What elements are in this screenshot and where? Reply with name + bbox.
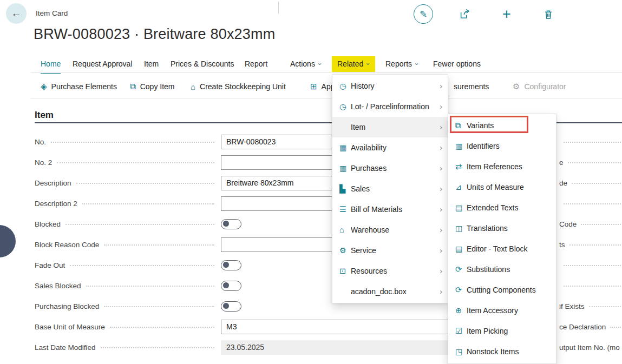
menu-item-translations[interactable]: ◫Translations [448,218,556,239]
toolbar-configurator[interactable]: ⚙Configurator [513,77,566,96]
sales-blocked-toggle[interactable] [221,281,241,291]
menu-item-history[interactable]: ◷History› [332,76,448,96]
menu-item-resources[interactable]: ⊡Resources› [332,261,448,281]
tab-label: Prices & Discounts [171,59,234,68]
item-references-icon: ⇄ [455,162,467,171]
menu-item-label: History [351,82,440,90]
purchasing-blocked-toggle[interactable] [221,301,241,312]
fade-out-toggle[interactable] [221,260,241,270]
menu-item-sales[interactable]: ▙Sales› [332,178,448,199]
menu-item-item-accessory[interactable]: ⊕Item Accessory [448,300,556,321]
tab-home[interactable]: Home [41,56,61,72]
dotted-leader [51,142,214,143]
chevron-down-icon: › [409,63,425,65]
menu-item-lot-parcelinformation[interactable]: ◷Lot- / Parcelinformation› [332,96,448,117]
menu-item-label: Item [351,123,440,131]
add-new-icon[interactable]: + [497,4,516,24]
menu-item-acadon-doc-box[interactable]: acadon_doc.box› [332,281,448,302]
dotted-leader [70,265,214,266]
menu-item-label: Variants [467,121,551,130]
menu-item-units-of-measure[interactable]: ⊿Units of Measure [448,177,556,197]
extended-texts-icon: ▤ [455,203,467,212]
menu-item-item-references[interactable]: ⇄Item References [448,156,556,177]
chevron-right-icon: › [440,184,442,193]
toolbar-copy-item[interactable]: ⧉Copy Item [130,77,175,96]
availability-icon: ▦ [339,143,351,152]
chevron-right-icon: › [440,226,442,234]
menu-item-extended-texts[interactable]: ▤Extended Texts [448,197,556,218]
menu-item-bill-of-materials[interactable]: ☰Bill of Materials› [332,199,448,220]
menu-item-item-picking[interactable]: ☑Item Picking [448,321,556,341]
action-toolbar: ◈Purchase Elements⧉Copy Item⌂Create Stoc… [0,77,622,97]
toggle-knob [223,303,229,309]
toolbar-surements[interactable]: surements [454,77,489,96]
menu-item-substitutions[interactable]: ⟳Substitutions [448,259,556,280]
toggle-knob [223,282,229,288]
identifiers-icon: ▥ [455,142,467,150]
field-label: Fade Out [35,261,65,269]
tab-label: Reports [385,59,412,68]
chevron-right-icon: › [440,123,442,131]
right-column-row [559,193,622,214]
field-label-fragment: ts [559,241,565,249]
back-button[interactable]: ← [6,3,27,24]
menu-item-label: Nonstock Items [467,347,551,356]
field-label-fragment: Code [559,220,577,228]
edit-pencil-icon[interactable]: ✎ [414,4,433,24]
dotted-leader [82,203,214,204]
menu-item-variants[interactable]: ⧉Variants [448,115,556,136]
menu-item-label: Item References [467,162,551,171]
toolbar-create-stockkeeping-unit[interactable]: ⌂Create Stockkeeping Unit [191,77,286,96]
chevron-right-icon: › [440,246,442,255]
menu-item-label: Service [351,246,440,255]
tab-reports[interactable]: Reports› [385,56,418,72]
menu-item-warehouse[interactable]: ⌂Warehouse› [332,220,448,240]
tab-report[interactable]: Report [245,56,267,72]
menu-item-label: Cutting Components [467,286,551,294]
tab-fewer-options[interactable]: Fewer options [433,56,481,72]
tab-label: Request Approval [73,59,133,68]
menu-item-purchases[interactable]: ▥Purchases› [332,158,448,178]
tab-prices-discounts[interactable]: Prices & Discounts [171,56,234,72]
tab-related[interactable]: Related› [332,56,375,72]
purchase-elements-icon: ◈ [41,82,47,91]
item-accessory-icon: ⊕ [455,306,467,315]
field-label: Purchasing Blocked [35,302,99,310]
tab-actions[interactable]: Actions› [290,56,321,72]
tab-item[interactable]: Item [144,56,159,72]
menu-item-label: Sales [351,184,440,193]
menu-item-label: Bill of Materials [351,205,440,214]
menu-item-nonstock-items[interactable]: ◳Nonstock Items [448,341,556,362]
editor-text-block-icon: ▤ [455,244,467,253]
dotted-leader [76,183,214,184]
dotted-leader [110,327,214,328]
menu-item-item[interactable]: Item› [332,117,448,137]
toolbar-label: surements [454,82,489,91]
section-title: Item [35,110,54,121]
copy-icon: ⧉ [130,82,136,91]
toolbar-purchase-elements[interactable]: ◈Purchase Elements [41,77,117,96]
menu-item-identifiers[interactable]: ▥Identifiers [448,136,556,156]
menu-item-availability[interactable]: ▦Availability› [332,137,448,158]
nonstock-items-icon: ◳ [455,347,467,356]
menu-item-label: Identifiers [467,142,551,150]
field-label-fragment: e [559,158,564,167]
edge-handle-bubble[interactable] [0,225,16,257]
related-dropdown-menu: ◷History›◷Lot- / Parcelinformation›Item›… [332,74,448,303]
right-column-row [559,255,622,275]
delete-trash-icon[interactable] [539,4,558,24]
service-icon: ⚙ [339,246,351,255]
tab-request-approval[interactable]: Request Approval [73,56,133,72]
menu-item-service[interactable]: ⚙Service› [332,240,448,261]
menu-item-label: Warehouse [351,226,440,234]
dotted-leader [104,244,214,246]
dotted-leader [568,162,621,163]
menu-item-cutting-components[interactable]: ⟳Cutting Components [448,280,556,300]
menu-item-editor-text-block[interactable]: ▤Editor - Text Block [448,239,556,259]
share-icon[interactable] [455,4,475,24]
bill-of-materials-icon: ☰ [339,205,351,214]
blocked-toggle[interactable] [221,219,241,229]
menu-item-label: Availability [351,143,440,152]
dotted-leader [101,347,214,348]
toolbar-label: Create Stockkeeping Unit [200,82,286,91]
